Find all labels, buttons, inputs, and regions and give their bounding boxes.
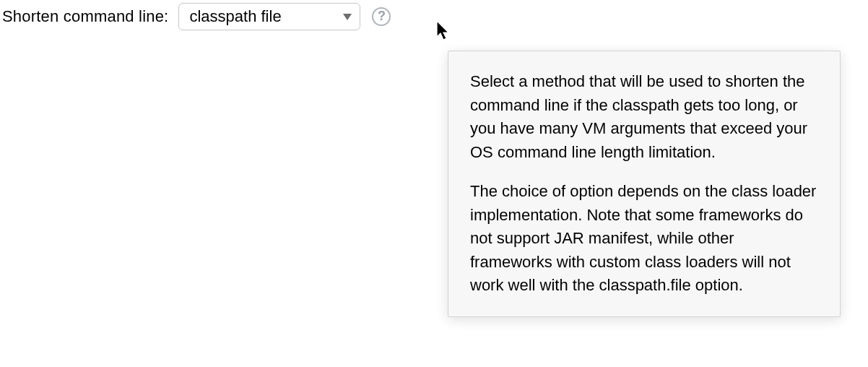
tooltip-paragraph-1: Select a method that will be used to sho… [470,70,818,164]
shorten-command-line-row: Shorten command line: classpath file ? [0,0,868,33]
svg-marker-0 [343,14,352,20]
question-mark-icon: ? [378,9,386,24]
tooltip-paragraph-2: The choice of option depends on the clas… [470,180,818,298]
shorten-command-line-label: Shorten command line: [2,7,168,26]
shorten-command-line-dropdown[interactable]: classpath file [178,3,360,30]
chevron-down-icon [342,12,352,21]
help-tooltip: Select a method that will be used to sho… [448,51,841,317]
help-icon[interactable]: ? [372,7,391,26]
dropdown-selected-value: classpath file [189,7,281,26]
